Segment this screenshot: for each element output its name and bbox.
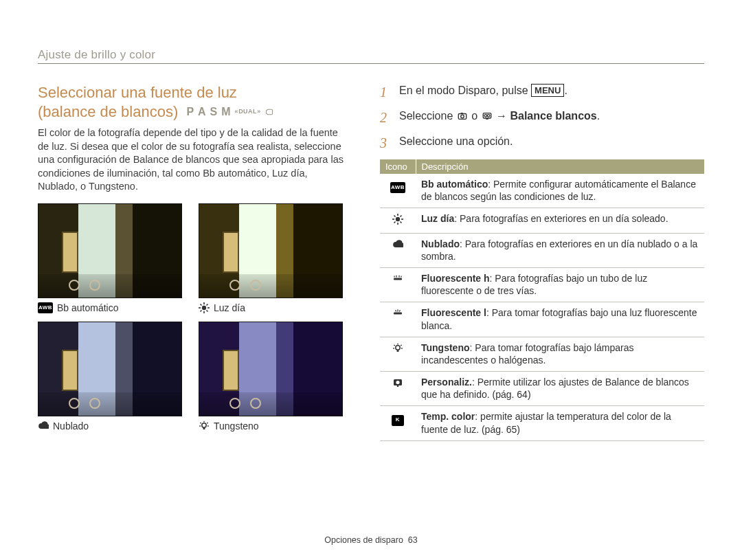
table-row: Luz día: Para fotografías en exteriores …	[380, 208, 704, 233]
section-header: Ajuste de brillo y color	[38, 48, 704, 64]
table-row: AWB Bb automático: Permite configurar au…	[380, 174, 704, 208]
mode-m: M	[221, 105, 230, 119]
mode-a: A	[198, 105, 206, 119]
step-3: 3 Seleccione una opción.	[380, 134, 704, 153]
bulb-icon	[199, 421, 210, 432]
thumb-auto-label: Bb automático	[57, 302, 119, 313]
step3-text: Seleccione una opción.	[399, 134, 513, 153]
steps-list: 1 En el modo Disparo, pulse MENU. 2 Sele…	[380, 83, 704, 153]
sample-thumbnails: AWB Bb automático Luz día Nublado	[38, 203, 347, 437]
thumb-day-image	[199, 203, 343, 298]
row-term: Temp. color	[421, 411, 475, 422]
thumb-tungsten-image	[199, 322, 343, 416]
step1-pre: En el modo Disparo, pulse	[399, 85, 531, 96]
bulb-icon	[392, 343, 403, 354]
page-number: 63	[408, 535, 418, 545]
custom-wb-icon	[392, 377, 403, 388]
fluorescent-h-icon	[392, 273, 403, 284]
step2-mid: o	[471, 110, 480, 122]
step2-pre: Seleccione	[399, 110, 456, 122]
table-row: Tungsteno: Para tomar fotografías bajo l…	[380, 337, 704, 371]
thumb-tungsten: Tungsteno	[199, 322, 343, 437]
menu-button-glyph: MENU	[531, 84, 564, 97]
th-icon: Icono	[380, 159, 416, 174]
step-number-3: 3	[380, 134, 392, 153]
kelvin-chip-icon: K	[392, 415, 404, 426]
mode-s: S	[210, 105, 218, 119]
step2-post: .	[597, 110, 600, 122]
table-row: Nublado: Para fotografías en exteriores …	[380, 233, 704, 267]
sun-icon	[392, 214, 403, 225]
step2-arrow: →	[496, 110, 510, 122]
page-footer: Opciones de disparo 63	[0, 535, 742, 545]
step2-target: Balance blancos	[510, 110, 596, 122]
title-line2: (balance de blancos)	[38, 103, 178, 120]
step-number-2: 2	[380, 109, 392, 127]
cloud-icon	[38, 421, 49, 432]
row-desc: : Para fotografías en exteriores en un d…	[454, 213, 668, 224]
thumb-auto: AWB Bb automático	[38, 203, 182, 319]
thumb-cloud-image	[38, 322, 182, 416]
fluorescent-l-icon	[392, 308, 403, 319]
awb-chip-icon: AWB	[390, 182, 405, 193]
cloud-icon	[392, 239, 403, 250]
table-row: Fluorescente l: Para tomar fotografías b…	[380, 302, 704, 337]
th-desc: Descripción	[416, 159, 704, 174]
thumb-cloud: Nublado	[38, 322, 182, 437]
row-term: Tungsteno	[421, 342, 470, 353]
row-term: Nublado	[421, 238, 460, 249]
mode-indicators: P A S M «DUAL»	[186, 105, 273, 119]
options-table: Icono Descripción AWB Bb automático: Per…	[380, 159, 704, 441]
table-row: Fluorescente h: Para fotografías bajo un…	[380, 267, 704, 302]
row-desc: : Para fotografías en exteriores en un d…	[421, 238, 697, 262]
video-mode-icon	[265, 108, 273, 116]
left-column: Seleccionar una fuente de luz (balance d…	[38, 83, 347, 441]
table-row: Personaliz.: Permite utilizar los ajuste…	[380, 372, 704, 406]
row-term: Luz día	[421, 213, 454, 224]
row-term: Bb automático	[421, 179, 488, 190]
step-number-1: 1	[380, 83, 392, 102]
footer-label: Opciones de disparo	[324, 535, 403, 545]
thumb-auto-image	[38, 203, 182, 298]
thumb-day: Luz día	[199, 203, 343, 319]
awb-chip-icon: AWB	[38, 302, 53, 313]
title-line1: Seleccionar una fuente de luz	[38, 84, 237, 101]
row-term: Fluorescente l	[421, 307, 486, 318]
table-row: K Temp. color: permite ajustar la temper…	[380, 406, 704, 440]
step1-post: .	[564, 85, 567, 96]
row-term: Fluorescente h	[421, 273, 490, 284]
page-title: Seleccionar una fuente de luz (balance d…	[38, 83, 347, 121]
step-2: 2 Seleccione o → Balance blancos.	[380, 109, 704, 127]
row-term: Personaliz.	[421, 377, 472, 388]
right-column: 1 En el modo Disparo, pulse MENU. 2 Sele…	[380, 83, 704, 441]
film-icon	[481, 110, 493, 120]
camera-icon	[456, 110, 469, 120]
step-1: 1 En el modo Disparo, pulse MENU.	[380, 83, 704, 102]
thumb-tungsten-label: Tungsteno	[214, 421, 259, 432]
thumb-cloud-label: Nublado	[53, 421, 89, 432]
mode-dual: «DUAL»	[235, 108, 261, 115]
sun-icon	[199, 302, 210, 313]
thumb-day-label: Luz día	[214, 302, 245, 313]
intro-paragraph: El color de la fotografía depende del ti…	[38, 126, 347, 194]
mode-p: P	[186, 105, 194, 119]
